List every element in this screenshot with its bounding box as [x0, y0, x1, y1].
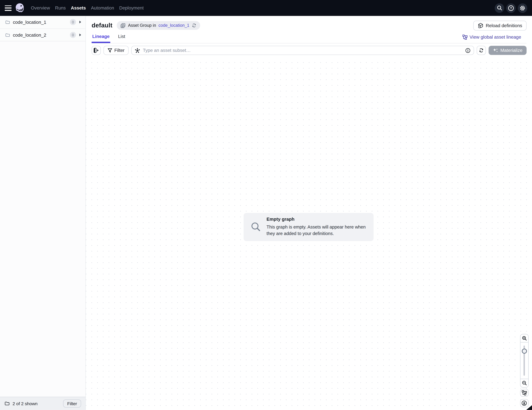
materialize-label: Materialize — [500, 48, 522, 53]
folder-icon — [5, 401, 10, 405]
settings-button[interactable] — [518, 3, 527, 13]
svg-text:?: ? — [510, 6, 512, 10]
fit-graph-button[interactable] — [520, 389, 528, 397]
nav-item-automation[interactable]: Automation — [91, 5, 114, 10]
nav-menu: Overview Runs Assets Automation Deployme… — [31, 5, 144, 10]
empty-graph-title: Empty graph — [266, 217, 367, 222]
zoom-in-button[interactable] — [520, 334, 528, 342]
badge-text: Asset Group in — [128, 23, 156, 28]
help-button[interactable]: ? — [506, 3, 516, 13]
refresh-icon — [479, 48, 484, 53]
asset-group-icon — [121, 23, 126, 28]
page-header: default Asset Group in code_location_1 — [86, 16, 532, 43]
badge-code-location-link[interactable]: code_location_1 — [158, 23, 189, 28]
zoom-in-icon — [522, 336, 527, 341]
asset-subset-input[interactable] — [143, 48, 462, 53]
nav-item-overview[interactable]: Overview — [31, 5, 50, 10]
graph-filter-button[interactable]: Filter — [104, 46, 129, 55]
hamburger-menu-icon[interactable] — [5, 5, 12, 11]
sidebar-item-code-location-2[interactable]: code_location_2 0 — [0, 29, 86, 41]
dagster-logo-icon[interactable] — [15, 3, 25, 13]
locations-shown-count: 2 of 2 shown — [13, 401, 38, 406]
sidebar-filter-button[interactable]: Filter — [63, 400, 81, 408]
search-button[interactable] — [495, 3, 504, 13]
chevron-right-icon — [79, 33, 81, 37]
nav-item-assets[interactable]: Assets — [71, 5, 86, 10]
location-name: code_location_2 — [13, 32, 46, 37]
sidebar-footer: 2 of 2 shown Filter — [0, 397, 86, 410]
zoom-control-group — [520, 334, 528, 387]
zoom-slider[interactable] — [520, 343, 528, 379]
gear-icon — [519, 5, 525, 11]
magnifier-icon — [250, 222, 261, 232]
lineage-graph-icon — [462, 35, 467, 40]
download-icon — [522, 400, 527, 406]
empty-graph-message: This graph is empty. Assets will appear … — [266, 224, 367, 237]
sparkles-icon — [493, 47, 498, 53]
nav-item-runs[interactable]: Runs — [55, 5, 66, 10]
expand-panel-button[interactable] — [92, 46, 101, 55]
zoom-out-icon — [522, 381, 527, 386]
lineage-toolbar: Filter — [86, 43, 532, 57]
asset-group-badge: Asset Group in code_location_1 — [117, 21, 200, 30]
zoom-slider-knob[interactable] — [522, 348, 527, 354]
materialize-button[interactable]: Materialize — [488, 46, 527, 55]
sidebar-item-code-location-1[interactable]: code_location_1 0 — [0, 16, 86, 29]
tab-list[interactable]: List — [117, 32, 126, 43]
info-icon[interactable] — [465, 47, 470, 53]
reload-definitions-icon — [478, 22, 483, 28]
graph-filter-label: Filter — [114, 48, 124, 53]
top-nav: Overview Runs Assets Automation Deployme… — [0, 0, 532, 16]
tabs-bar: Lineage List View global asset lineage — [92, 32, 527, 43]
app-viewport: Overview Runs Assets Automation Deployme… — [0, 0, 532, 410]
asset-count-badge: 0 — [70, 19, 76, 25]
asset-subset-field — [131, 46, 474, 55]
reload-definitions-label: Reload definitions — [486, 23, 522, 28]
lineage-graph-canvas[interactable]: Empty graph This graph is empty. Assets … — [86, 57, 532, 410]
empty-graph-card: Empty graph This graph is empty. Assets … — [244, 213, 373, 241]
folder-icon — [5, 20, 10, 24]
code-locations-sidebar: code_location_1 0 code_location_2 0 — [0, 16, 86, 410]
nav-item-deployment[interactable]: Deployment — [119, 5, 144, 10]
folder-icon — [5, 33, 10, 37]
asset-subset-icon — [135, 47, 140, 53]
tab-lineage[interactable]: Lineage — [92, 32, 110, 43]
sync-icon[interactable] — [192, 23, 197, 28]
location-name: code_location_1 — [13, 20, 46, 25]
asset-count-badge: 0 — [70, 32, 76, 38]
lineage-graph-icon — [522, 390, 527, 395]
help-icon: ? — [508, 5, 514, 11]
expand-panel-icon — [94, 48, 99, 53]
chevron-right-icon — [79, 20, 81, 24]
reload-definitions-button[interactable]: Reload definitions — [473, 20, 527, 30]
view-global-asset-lineage-label: View global asset lineage — [470, 35, 521, 40]
search-icon — [496, 5, 502, 11]
view-global-asset-lineage-link[interactable]: View global asset lineage — [462, 35, 521, 43]
main-panel: default Asset Group in code_location_1 — [86, 16, 532, 410]
refresh-graph-button[interactable] — [477, 46, 486, 55]
mouse-cursor — [526, 405, 532, 410]
page-title: default — [92, 22, 112, 29]
filter-funnel-icon — [108, 48, 112, 53]
zoom-out-button[interactable] — [520, 379, 528, 387]
